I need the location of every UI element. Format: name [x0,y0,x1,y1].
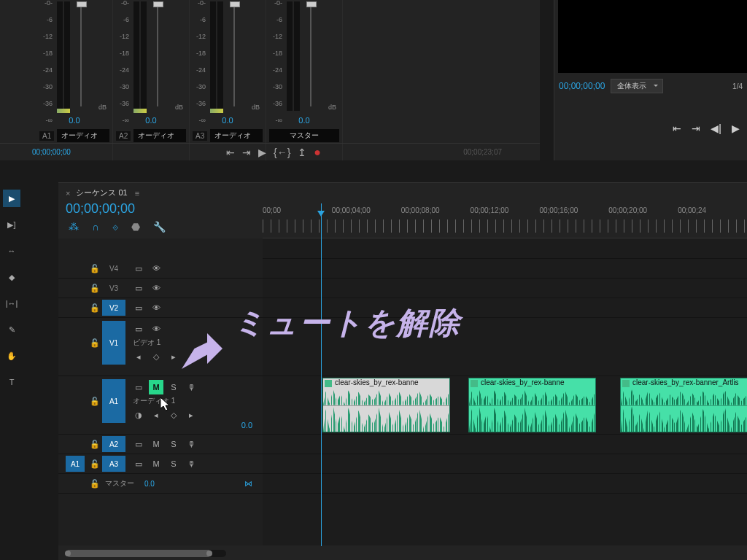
mixer-channel-master: -0--6-12-18-24-30-36-∞ dB 0.0 マスター [266,0,343,160]
keyframe-menu-icon[interactable]: ◑ [131,408,146,422]
sequence-timecode[interactable]: 00;00;00;00 [66,201,135,217]
horizontal-scrollbar[interactable] [66,550,226,557]
mark-out-icon[interactable]: ⇥ [692,122,700,134]
audio-clip[interactable]: clear-skies_by_rex-banne [468,378,596,432]
marker-icon[interactable]: ⬣ [131,221,140,233]
mute-button[interactable]: M [149,437,163,451]
insert-icon[interactable]: ⁂ [69,221,79,233]
eye-icon[interactable]: 👁 [149,261,163,276]
audio-clip[interactable]: clear-skies_by_rex-banne [322,378,450,432]
sequence-tab-name[interactable]: シーケンス 01 [76,187,127,198]
keyframe-prev-icon[interactable]: ◂ [131,349,146,364]
mute-button[interactable]: M [149,380,163,394]
master-track-label: マスター [105,478,142,489]
close-tab-icon[interactable]: × [66,189,70,198]
audio-lane-a1[interactable]: clear-skies_by_rex-banne clear-skies_by_… [263,376,747,435]
play-icon[interactable]: ▶ [732,122,740,134]
lock-icon[interactable]: 🔓 [88,459,102,469]
toggle-output-icon[interactable]: ▭ [131,322,146,336]
lock-icon[interactable]: 🔓 [88,284,102,293]
master-track-value[interactable]: 0.0 [144,480,155,488]
volume-fader[interactable] [80,4,82,106]
lock-icon[interactable]: 🔓 [88,397,102,406]
toggle-output-icon[interactable]: ▭ [131,300,146,315]
record-icon[interactable]: ● [314,146,321,159]
timeline-panel: × シーケンス 01 ≡ 00;00;00;00 ⁂ ∩ ⟐ ⬣ 🔧 00;00… [58,182,747,560]
volume-fader[interactable] [310,4,311,106]
scroll-thumb[interactable] [66,550,212,557]
eye-icon[interactable]: 👁 [149,281,163,295]
track-header-a1[interactable]: 🔓A1▭MS🎙オーディオ 1◑◂◇▸ 0.0 [58,376,263,435]
lock-icon[interactable]: 🔓 [88,338,102,348]
mixer-channel-a2: -0--6-12-18-24-30-36-∞ dB 0.0 A2オーディオ [113,0,190,160]
ripple-edit-tool[interactable]: ↔ [3,242,20,260]
solo-button[interactable]: S [166,437,181,451]
selection-tool[interactable]: ▶ [3,190,20,207]
settings-icon[interactable]: 🔧 [153,221,166,233]
track-header-v4[interactable]: 🔓V4▭👁 [58,259,263,279]
track-header-v2[interactable]: 🔓V2▭👁 [58,298,263,318]
lock-icon[interactable]: 🔓 [88,303,102,313]
toggle-output-icon[interactable]: ▭ [131,456,146,471]
track-select-tool[interactable]: ▶] [3,216,20,233]
toggle-output-icon[interactable]: ▭ [131,380,146,394]
mute-button[interactable]: M [149,456,163,471]
program-timecode[interactable]: 00;00;00;00 [559,81,605,91]
keyframe-next-icon[interactable]: ▸ [166,349,181,364]
resolution-fraction[interactable]: 1/4 [732,82,743,90]
play-icon[interactable]: ▶ [258,147,266,158]
keyframe-icon[interactable]: ◇ [166,408,181,422]
playhead[interactable] [321,203,322,546]
timeline-ruler[interactable]: 00;0000;00;04;0000;00;08;0000;00;12;0000… [263,205,747,238]
toggle-output-icon[interactable]: ▭ [131,281,146,295]
solo-button[interactable]: S [166,380,181,394]
razor-tool[interactable]: ◆ [3,268,20,286]
linked-selection-icon[interactable]: ⟐ [112,221,118,233]
keyframe-prev-icon[interactable]: ◂ [149,408,163,422]
track-volume-value[interactable]: 0.0 [241,421,252,429]
channel-name[interactable]: オーディオ [57,129,109,142]
fx-badge-icon [471,380,478,387]
volume-fader[interactable] [157,4,158,106]
toggle-output-icon[interactable]: ▭ [131,261,146,276]
mixer-footer: 00;00;00;00 ⇤ ⇥ ▶ {←} ↥ ● 00;00;23;07 [0,143,540,160]
lock-icon[interactable]: 🔓 [88,479,102,489]
track-header-a3[interactable]: A1🔓A3▭MS🎙 [58,454,263,474]
voice-over-icon[interactable]: 🎙 [184,437,198,451]
pen-tool[interactable]: ✎ [3,321,20,338]
lock-icon[interactable]: 🔓 [88,440,102,449]
track-header-master[interactable]: 🔓マスター0.0⋈ [58,474,263,494]
source-patch-a1[interactable]: A1 [66,456,85,472]
track-content[interactable]: clear-skies_by_rex-banne clear-skies_by_… [263,238,747,545]
slip-tool[interactable]: |↔| [3,295,20,312]
audio-clip[interactable]: clear-skies_by_rex-banner_Artlis [620,378,747,432]
master-out-icon[interactable]: ⋈ [244,479,252,489]
type-tool[interactable]: T [3,373,20,391]
step-back-icon[interactable]: ◀ǀ [711,122,721,134]
tab-menu-icon[interactable]: ≡ [135,189,139,198]
volume-fader[interactable] [233,4,235,106]
export-icon[interactable]: ↥ [298,147,306,158]
toggle-output-icon[interactable]: ▭ [131,437,146,451]
mark-in-icon[interactable]: ⇤ [673,122,681,134]
eye-icon[interactable]: 👁 [149,300,163,315]
voice-over-icon[interactable]: 🎙 [184,380,198,394]
loop-icon[interactable]: {←} [274,147,290,158]
zoom-dropdown[interactable]: 全体表示 [611,79,663,93]
track-header-a2[interactable]: 🔓A2▭MS🎙 [58,435,263,454]
channel-tag: A1 [39,131,54,141]
voice-over-icon[interactable]: 🎙 [184,456,198,471]
level-meter-left [57,1,63,111]
snap-icon[interactable]: ∩ [92,221,99,233]
keyframe-icon[interactable]: ◇ [149,349,163,364]
go-to-in-icon[interactable]: ⇤ [226,147,235,158]
go-to-out-icon[interactable]: ⇥ [242,147,251,158]
clip-title: clear-skies_by_rex-banne [481,378,565,386]
track-header-v1[interactable]: 🔓V1▭👁ビデオ 1◂◇▸ [58,318,263,376]
eye-icon[interactable]: 👁 [149,322,163,336]
hand-tool[interactable]: ✋ [3,347,20,365]
lock-icon[interactable]: 🔓 [88,264,102,273]
track-header-v3[interactable]: 🔓V3▭👁 [58,279,263,298]
keyframe-next-icon[interactable]: ▸ [184,408,198,422]
solo-button[interactable]: S [166,456,181,471]
